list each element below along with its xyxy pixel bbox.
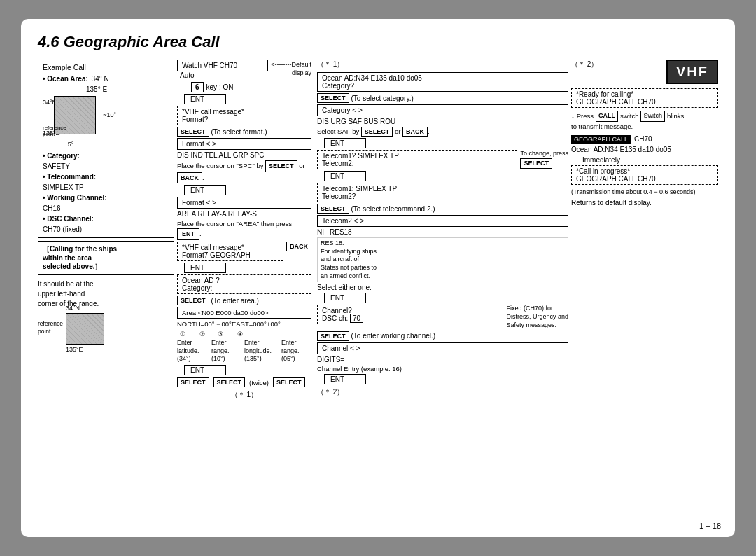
ent-mid4-btn: ENT xyxy=(324,374,366,384)
geo-diagram: 34°N 135°E ~10° + 5° referencepoint xyxy=(55,97,115,148)
ent4-row: ENT xyxy=(184,365,312,375)
ent-mid1: ENT xyxy=(324,138,568,148)
minus10-label: ~10° xyxy=(103,111,116,118)
immediately-label: Immediately xyxy=(582,156,718,164)
select-category-btn: SELECT xyxy=(317,93,349,103)
channel-row: Channel? DSC ch: 70 Fixed (CH70) forDist… xyxy=(317,305,568,329)
call-btn: CALL xyxy=(596,111,618,122)
channel-less-box: Channel < > xyxy=(317,342,568,354)
geograph-call-bar-row: GEOGRAPH CALL CH70 xyxy=(571,134,718,143)
fixed-note: Fixed (CH70) forDistress, Urgency andSaf… xyxy=(506,305,568,329)
telecom2-less-box: Telecom2 < > xyxy=(317,215,568,227)
star1-top: （＊ 1） xyxy=(317,60,568,69)
press-call-row: ↓ Press CALL switch Switch blinks. to tr… xyxy=(571,111,718,132)
select-saf-btn: SELECT xyxy=(361,127,393,137)
telecom1b-box: Telecom1: SIMPLEX TP Telecom2? xyxy=(317,183,568,202)
place-cursor-spc: Place the cursor on "SPC" by SELECT or B… xyxy=(177,160,312,183)
format-opts: DIS IND TEL ALL GRP SPC xyxy=(177,151,312,159)
ocean-area-label: • Ocean Area: xyxy=(43,75,88,83)
left-column: Example Call • Ocean Area: 34° N 135° E … xyxy=(38,60,174,400)
right-header: （＊ 2） VHF xyxy=(571,60,718,84)
ent-place-area: ENT xyxy=(177,228,200,240)
ent-mid1-btn: ENT xyxy=(324,138,366,148)
cat-opts: DIS URG SAF BUS ROU xyxy=(317,118,568,125)
select-category-row: SELECT (To select category.) xyxy=(317,93,568,103)
vhf-msg1: *VHF call message* Format? xyxy=(177,106,312,125)
switch-box: Switch xyxy=(640,111,665,122)
format-area-box: Format < > xyxy=(177,197,312,209)
ent-mid3: ENT xyxy=(324,293,568,303)
it-should-note: It should be at theupper left-handcorner… xyxy=(38,279,174,309)
area-box: Area <N00 E000 da00 do00> xyxy=(177,307,312,319)
plus5-label: + 5° xyxy=(62,141,74,148)
ent3-btn: ENT xyxy=(184,263,226,273)
place-cursor-area: Place the cursor on "AREA" then press EN… xyxy=(177,219,312,240)
ocean-ad-box: Ocean AD ? Category: xyxy=(177,274,312,294)
page: 4.6 Geographic Area Call Example Call • … xyxy=(21,19,735,537)
select-format-btn: SELECT xyxy=(177,127,209,137)
ent-mid2-btn: ENT xyxy=(324,171,366,181)
channel-box: Channel? DSC ch: 70 xyxy=(317,305,503,324)
enter-steps: Enter latitude.(34°) Enter range.(10°) E… xyxy=(177,339,312,363)
telecom1-row: Telecom1? SIMPLEX TP Telecom2: To change… xyxy=(317,150,568,169)
select-working-row: SELECT (To enter working channel.) xyxy=(317,331,568,341)
ent-mid3-btn: ENT xyxy=(324,293,366,303)
select-either: Select either one. xyxy=(317,284,568,291)
select-enter-area-row: SELECT (To enter area.) xyxy=(177,296,312,305)
ch70-box: 70 xyxy=(350,314,363,323)
ref-point-label: referencepoint xyxy=(43,125,66,138)
ent1-row: ENT xyxy=(184,94,312,104)
telecommand-item: • Telecommand: SIMPLEX TP xyxy=(43,172,169,193)
category-item: • Category: SAFETY xyxy=(43,151,169,172)
digits-label: DIGITS= xyxy=(317,356,568,363)
ch70-right: CH70 xyxy=(634,135,652,143)
ent4-btn: ENT xyxy=(184,365,226,375)
key-on-label: key : ON xyxy=(206,83,234,91)
select-telecom2-btn: SELECT xyxy=(317,204,349,214)
ocean-area-val: 34° N xyxy=(92,75,109,83)
north-val: NORTH=00°－00°EAST=000°+00° xyxy=(177,320,312,329)
select-btn-bottom1: SELECT xyxy=(177,377,209,387)
ent2-btn: ENT xyxy=(184,185,226,195)
vhf-msg1-box: *VHF call message* Format? xyxy=(177,106,312,125)
channel-entry-note: Channel Entry (example: 16) xyxy=(317,365,568,373)
format-less-box: Format < > xyxy=(177,138,312,150)
flow-middle-right: （＊ 1） Ocean AD:N34 E135 da10 do05 Catego… xyxy=(314,60,571,400)
star2-top: （＊ 2） xyxy=(571,60,598,69)
default-display-label: <--------Defaultdisplay xyxy=(271,61,312,77)
select-btn-bottom3: SELECT xyxy=(273,377,305,387)
calling-note: ［Calling for the shipswithin the areasel… xyxy=(38,241,174,275)
select-enter-area-btn: SELECT xyxy=(177,296,209,305)
key-on-row: 6 key : ON xyxy=(191,82,312,92)
vhf-msg2-row: *VHF call message* Format7 GEOGRAPH BACK xyxy=(177,242,312,261)
ent3-row: ENT xyxy=(184,263,312,273)
category-less-box: Category < > xyxy=(317,104,568,116)
select-telecom2-row: SELECT (To select telecommand 2.) xyxy=(317,204,568,214)
back-btn-msg2: BACK xyxy=(286,242,312,251)
ent2-row: ENT xyxy=(184,185,312,195)
ocean-ad2: Ocean AD:N34 E135 da10 do05 xyxy=(571,146,718,153)
ocean-ad-n34-box: Ocean AD:N34 E135 da10 do05 Category? xyxy=(317,72,568,92)
ocean-area-item: • Ocean Area: 34° N 135° E xyxy=(43,74,169,95)
page-number: 1 − 18 xyxy=(699,522,721,530)
geograph-call-bar: GEOGRAPH CALL xyxy=(571,135,631,144)
select-working-btn: SELECT xyxy=(317,331,349,341)
page-title: 4.6 Geographic Area Call xyxy=(38,33,718,51)
example-call-title: Example Call xyxy=(43,63,169,71)
step-numbers: ① ② ③ ④ xyxy=(177,331,312,338)
vhf-badge: VHF xyxy=(666,60,718,84)
ent-mid2: ENT xyxy=(324,171,568,181)
select-btn-twice: SELECT xyxy=(214,377,246,387)
star1-bottom: （＊ 1） xyxy=(177,390,312,400)
vhf-msg2: *VHF call message* Format7 GEOGRAPH xyxy=(177,242,284,261)
watch-vhf-box: Watch VHF CH70 xyxy=(177,60,268,71)
select-bottom-row: SELECT SELECT (twice) SELECT xyxy=(177,377,312,387)
telecom2-opts: NI RES18 xyxy=(317,228,568,236)
res18-note: RES 18: For identifying ships and aircra… xyxy=(317,237,568,282)
telecom1-box: Telecom1? SIMPLEX TP Telecom2: xyxy=(317,150,517,169)
dsc-ch-item: • DSC Channel: CH70 (fixed) xyxy=(43,214,169,235)
transmission-note: (Transmission time about 0.4 − 0.6 secon… xyxy=(571,188,718,197)
ent1-btn: ENT xyxy=(184,94,226,104)
ent-mid4: ENT xyxy=(324,374,568,384)
format-opts2: AREA RELAY-A RELAY-S xyxy=(177,210,312,218)
